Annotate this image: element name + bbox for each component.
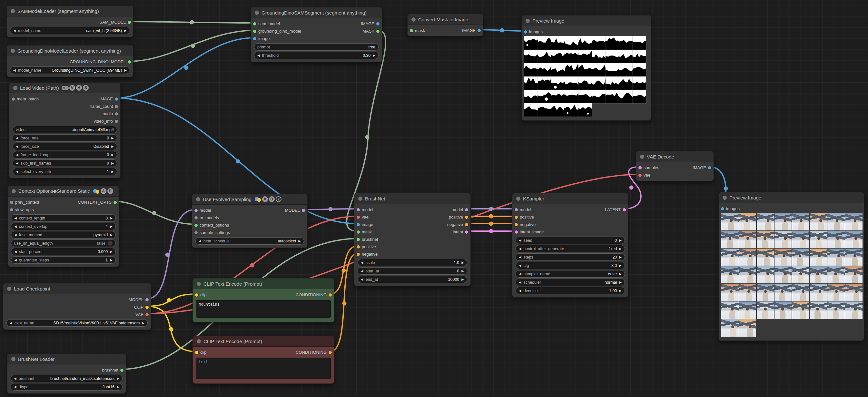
node-title-bar[interactable]: VAE Decode [636,151,714,162]
input-dot[interactable] [253,30,256,33]
node-title-bar[interactable]: SAMModelLoader (segment anything) [7,6,133,17]
next-arrow-icon[interactable]: ▶ [142,321,145,325]
input-dot[interactable] [515,223,518,226]
next-arrow-icon[interactable]: ▶ [619,264,622,267]
input-slot-vae[interactable]: vae [639,173,650,177]
widget-guarantee-steps[interactable]: ◀guarantee_steps1▶ [11,256,116,264]
next-arrow-icon[interactable]: ▶ [461,269,464,273]
widget-start-at[interactable]: ◀start_at0▶ [358,267,467,275]
node-title-bar[interactable]: Convert Mask to Image [408,14,483,25]
input-dot[interactable] [515,216,518,219]
input-dot[interactable] [356,253,360,256]
collapse-dot[interactable] [11,9,15,13]
prev-arrow-icon[interactable]: ◀ [14,258,17,262]
input-dot[interactable] [10,201,13,204]
input-dot[interactable] [195,351,198,354]
widget-control-after-generate[interactable]: ◀control_after_generatefixed▶ [516,245,625,252]
graph-canvas[interactable]: SAMModelLoader (segment anything) SAM_MO… [0,0,868,397]
output-slot-image[interactable]: IMAGE [99,96,118,101]
input-dot[interactable] [194,209,198,212]
output-slot-model[interactable]: model [452,207,468,212]
output-dot[interactable] [329,293,332,296]
node-convert-mask-to-image[interactable]: Convert Mask to Image mask IMAGE [407,14,483,36]
prev-arrow-icon[interactable]: ◀ [519,264,521,267]
prev-arrow-icon[interactable]: ◀ [14,385,17,389]
node-use-evolved-sampling[interactable]: Use Evolved Sampling AD2 model MODEL m_m… [192,194,308,248]
output-dot[interactable] [623,208,626,211]
input-dot[interactable] [195,293,198,296]
node-title-bar[interactable]: BrushNet [354,193,470,204]
output-dot[interactable] [708,166,711,169]
collapse-dot[interactable] [526,19,530,23]
node-title-bar[interactable]: KSampler [513,193,628,204]
collapse-dot[interactable] [11,357,16,361]
input-dot[interactable] [194,231,198,234]
prev-arrow-icon[interactable]: ◀ [10,321,12,325]
output-slot-frame-count[interactable]: frame_count [90,104,118,109]
widget-cfg[interactable]: ◀cfg8.0▶ [516,262,625,269]
input-dot[interactable] [253,37,256,40]
output-slot-image[interactable]: IMAGE [361,21,379,26]
widget-start-percent[interactable]: ◀start_percent0.000▶ [11,248,116,255]
collapse-dot[interactable] [516,197,520,201]
input-dot[interactable] [410,29,413,32]
prev-arrow-icon[interactable]: ◀ [257,54,260,57]
input-slot-prev-context[interactable]: prev_context [10,200,39,205]
input-dot[interactable] [356,208,360,211]
output-slot-negative[interactable]: negative [447,222,468,227]
prev-arrow-icon[interactable]: ◀ [16,145,19,148]
output-dot[interactable] [465,230,468,234]
widget-frame-load-cap[interactable]: ◀frame_load_cap0▶ [12,151,117,159]
output-slot-positive[interactable]: positive [449,215,468,220]
next-arrow-icon[interactable]: ▶ [111,161,114,165]
output-dot[interactable] [465,208,468,211]
input-slot-grounding-dino-model[interactable]: grounding_dino_model [253,29,301,34]
prev-arrow-icon[interactable]: ◀ [16,170,19,173]
widget-dtype[interactable]: ◀dtypefloat16▶ [11,383,123,391]
collapse-dot[interactable] [411,18,415,22]
prev-arrow-icon[interactable]: ◀ [14,225,17,228]
output-slot-context-opts[interactable]: CONTEXT_OPTS [78,200,117,205]
widget-scale[interactable]: ◀scale1.0▶ [358,259,467,266]
node-grounding-dino-sam-segment[interactable]: GroundingDinoSAMSegment (segment anythin… [251,7,382,62]
node-clip-text-encode-negative[interactable]: CLIP Text Encode (Prompt) clip CONDITION… [192,336,334,384]
output-dot[interactable] [146,313,149,316]
node-ksampler[interactable]: KSampler model LATENT positive negative … [512,193,628,297]
prev-arrow-icon[interactable]: ◀ [14,250,17,253]
next-arrow-icon[interactable]: ▶ [111,145,114,148]
widget-denoise[interactable]: ◀denoise1.00▶ [516,287,625,294]
node-title-bar[interactable]: CLIP Text Encode (Prompt) [193,336,334,347]
output-dot[interactable] [115,120,118,123]
collapse-dot[interactable] [255,11,259,15]
next-arrow-icon[interactable]: ▶ [619,281,622,284]
input-dot[interactable] [639,174,642,177]
collapse-dot[interactable] [11,189,16,193]
prev-arrow-icon[interactable]: ◀ [519,238,521,242]
output-slot-audio[interactable]: audio [102,111,118,116]
node-preview-image-result[interactable]: Preview Image images [718,192,864,341]
input-dot[interactable] [10,208,13,211]
prompt-textarea[interactable]: mountains [196,300,331,318]
input-dot[interactable] [721,207,724,210]
widget-steps[interactable]: ◀steps20▶ [516,253,625,261]
next-arrow-icon[interactable]: ▶ [124,29,127,32]
input-dot[interactable] [11,97,15,101]
node-load-checkpoint[interactable]: Load Checkpoint MODEL CLIP VAE ◀ckpt_nam… [3,283,151,330]
output-dot[interactable] [329,351,332,354]
output-slot-model[interactable]: MODEL [129,297,149,302]
widget-sampler-name[interactable]: ◀sampler_nameeuler▶ [516,270,625,278]
next-arrow-icon[interactable]: ▶ [111,170,114,173]
widget-beta-schedule[interactable]: ◀beta_scheduleautoselect▶ [195,237,304,245]
input-dot[interactable] [356,223,360,226]
widget-model-name[interactable]: ◀model_nameGroundingDINO_SwinT_OGC (694M… [10,66,130,74]
collapse-dot[interactable] [13,86,18,90]
input-dot[interactable] [356,216,360,219]
output-dot[interactable] [115,112,118,116]
input-dot[interactable] [639,166,642,169]
input-dot[interactable] [194,224,198,227]
node-sam-model-loader[interactable]: SAMModelLoader (segment anything) SAM_MO… [6,5,133,37]
next-arrow-icon[interactable]: ▶ [110,258,113,262]
next-arrow-icon[interactable]: ▶ [110,250,113,253]
input-dot[interactable] [356,245,360,249]
input-slot-image[interactable]: image [356,222,373,227]
